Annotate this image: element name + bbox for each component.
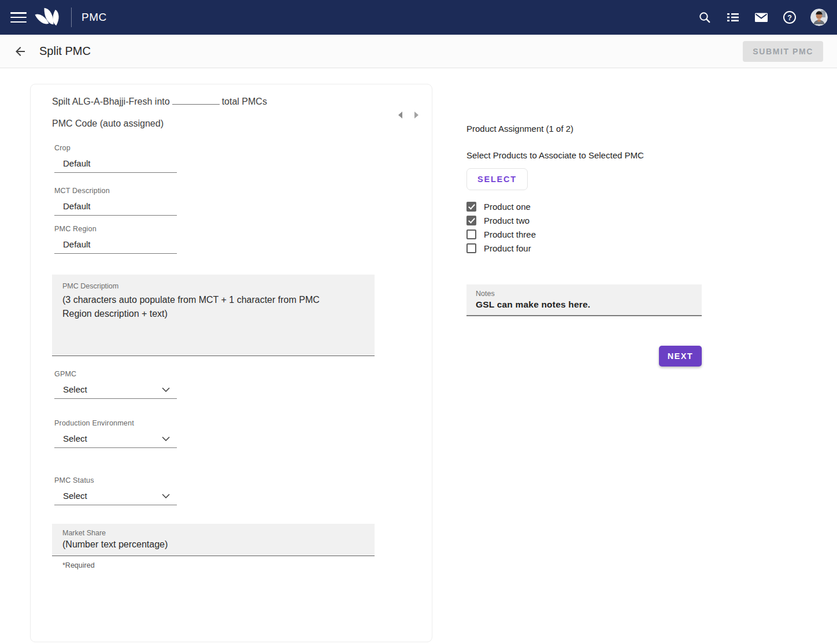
split-pmc-form-card: Spilt ALG-A-Bhajji-Fresh intototal PMCs … xyxy=(30,84,432,642)
next-button[interactable]: NEXT xyxy=(659,346,702,367)
top-navbar: PMC ? xyxy=(0,0,837,35)
notes-label: Notes xyxy=(476,290,692,298)
pmc-status-select[interactable]: Select xyxy=(54,484,177,505)
gpmc-select-value: Select xyxy=(63,384,87,394)
production-environment-select-value: Select xyxy=(63,434,87,443)
product-four-label: Product four xyxy=(484,243,531,253)
prev-triangle-icon[interactable] xyxy=(397,110,403,120)
mct-description-field: MCT Description Default xyxy=(54,187,177,216)
total-pmcs-input[interactable] xyxy=(172,97,220,105)
notes-value: GSL can make notes here. xyxy=(476,299,692,310)
product-two-label: Product two xyxy=(484,216,529,225)
select-products-button[interactable]: SELECT xyxy=(466,168,528,190)
notes-input[interactable]: Notes GSL can make notes here. xyxy=(466,284,702,316)
crop-field: Crop Default xyxy=(54,144,177,173)
pmc-status-select-value: Select xyxy=(63,491,87,501)
brand-leaves-logo xyxy=(36,5,62,29)
pmc-status-field: PMC Status Select xyxy=(54,476,177,505)
product-row-two[interactable]: Product two xyxy=(466,213,702,227)
pmc-region-label: PMC Region xyxy=(54,225,177,233)
next-triangle-icon[interactable] xyxy=(413,110,420,120)
product-one-checkbox[interactable] xyxy=(466,202,476,212)
user-avatar[interactable] xyxy=(810,9,828,26)
split-sentence: Spilt ALG-A-Bhajji-Fresh intototal PMCs xyxy=(52,97,432,107)
split-sentence-suffix: total PMCs xyxy=(222,97,267,106)
market-share-input[interactable]: Market Share (Number text percentage) xyxy=(52,524,375,556)
product-two-checkbox[interactable] xyxy=(466,216,476,225)
nav-divider xyxy=(71,8,72,27)
pmc-code-label: PMC Code (auto assigned) xyxy=(52,119,432,129)
chevron-down-icon xyxy=(162,387,170,392)
navbar-actions: ? xyxy=(697,9,828,26)
page-title: Split PMC xyxy=(39,45,91,58)
search-icon[interactable] xyxy=(697,10,712,25)
product-assignment-title: Product Assignment (1 of 2) xyxy=(466,124,702,134)
pmc-status-label: PMC Status xyxy=(54,476,177,484)
product-row-four[interactable]: Product four xyxy=(466,241,702,255)
product-one-label: Product one xyxy=(484,202,531,212)
product-row-one[interactable]: Product one xyxy=(466,199,702,213)
market-share-label: Market Share xyxy=(62,529,364,537)
pmc-description-label: PMC Descriptiom xyxy=(62,282,363,290)
app-title: PMC xyxy=(82,11,107,24)
next-button-row: NEXT xyxy=(466,346,702,367)
crop-label: Crop xyxy=(54,144,177,152)
mct-description-label: MCT Description xyxy=(54,187,177,195)
product-assignment-subtitle: Select Products to Associate to Selected… xyxy=(466,150,702,160)
production-environment-select[interactable]: Select xyxy=(54,427,177,448)
production-environment-field: Production Environment Select xyxy=(54,419,177,448)
gpmc-label: GPMC xyxy=(54,370,177,378)
mail-icon[interactable] xyxy=(754,10,769,25)
required-note: *Required xyxy=(62,561,432,569)
product-four-checkbox[interactable] xyxy=(466,243,476,253)
mct-description-input[interactable]: Default xyxy=(54,195,177,216)
back-arrow-icon[interactable] xyxy=(13,44,28,59)
chevron-down-icon xyxy=(162,494,170,498)
help-icon[interactable]: ? xyxy=(782,10,797,25)
crop-input[interactable]: Default xyxy=(54,152,177,173)
pmc-region-field: PMC Region Default xyxy=(54,225,177,254)
submit-pmc-button[interactable]: SUBMIT PMC xyxy=(743,41,823,62)
pmc-region-input[interactable]: Default xyxy=(54,233,177,254)
list-icon[interactable] xyxy=(725,10,740,25)
pmc-description-textarea[interactable]: PMC Descriptiom (3 characters auto popul… xyxy=(52,275,375,356)
gpmc-field: GPMC Select xyxy=(54,370,177,399)
product-checkbox-list: Product one Product two Product three Pr… xyxy=(466,199,702,255)
svg-text:?: ? xyxy=(787,14,792,22)
gpmc-select[interactable]: Select xyxy=(54,378,177,399)
production-environment-label: Production Environment xyxy=(54,419,177,427)
product-three-checkbox[interactable] xyxy=(466,230,476,239)
pmc-description-value: (3 characters auto populate from MCT + 1… xyxy=(62,293,363,321)
chevron-down-icon xyxy=(162,436,170,441)
product-row-three[interactable]: Product three xyxy=(466,227,702,241)
pmc-pager xyxy=(397,110,420,120)
product-three-label: Product three xyxy=(484,230,536,239)
market-share-value: (Number text percentage) xyxy=(62,538,364,550)
split-sentence-prefix: Spilt ALG-A-Bhajji-Fresh into xyxy=(52,97,170,106)
page-header: Split PMC SUBMIT PMC xyxy=(0,35,837,68)
product-assignment-panel: Product Assignment (1 of 2) Select Produ… xyxy=(466,120,702,367)
hamburger-menu-icon[interactable] xyxy=(10,12,27,23)
